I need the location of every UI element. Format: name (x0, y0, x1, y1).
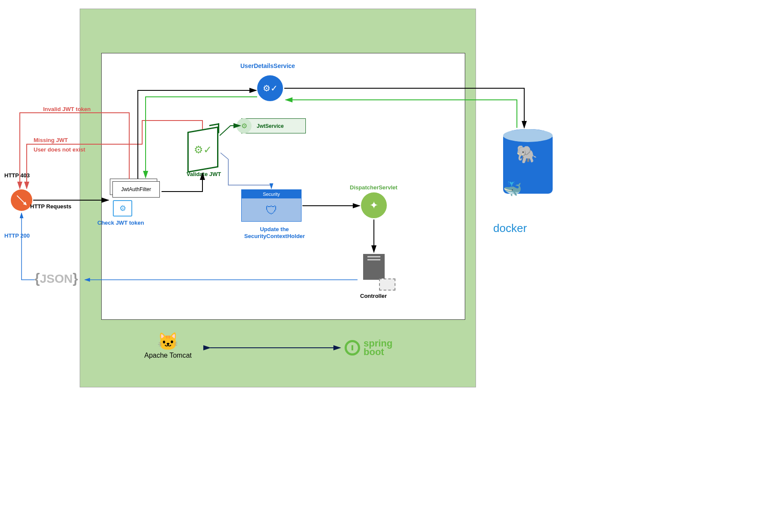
apache-tomcat-region: 🐱 Apache Tomcat (129, 331, 207, 366)
docker-label: docker (493, 222, 527, 235)
error-missing-jwt: Missing JWT (34, 137, 68, 143)
http-requests-label: HTTP Requests (30, 203, 72, 210)
jwt-auth-filter-label: JwtAuthFilter (112, 181, 160, 198)
docker-postgres-region: 🐘 🐳 (498, 129, 558, 232)
validate-jwt-node: ⚙✓ (187, 127, 218, 173)
error-invalid-token: Invalid JWT token (43, 106, 91, 112)
http-403-label: HTTP 403 (4, 172, 30, 179)
shield-icon: 🛡 (242, 198, 301, 222)
check-jwt-gear-icon: ⚙ (113, 200, 132, 217)
dispatcher-servlet-label: DispatcherServlet (350, 184, 398, 191)
controller-node (359, 254, 389, 288)
user-details-label: UserDetailsService (240, 62, 295, 69)
postman-icon (11, 189, 32, 211)
people-card-icon (379, 278, 395, 291)
check-jwt-label: Check JWT token (97, 220, 144, 226)
spring-text: spring boot (364, 339, 392, 356)
spring-boot-region: spring boot (345, 335, 414, 361)
json-response-icon: {JSON} (34, 270, 78, 286)
jwt-auth-filter-node: JwtAuthFilter (110, 179, 159, 198)
docker-whale-icon: 🐳 (503, 180, 555, 198)
validate-jwt-label: Validate JWT (187, 171, 221, 177)
spring-power-icon (345, 340, 360, 356)
update-context-label: Update the SecurityContextHolder (244, 226, 305, 239)
error-user-not-exist: User does not exist (34, 146, 85, 153)
controller-label: Controller (360, 293, 387, 299)
jwt-service-node: ⚙ JwtService (241, 118, 306, 133)
security-header: Security (242, 190, 301, 198)
http-200-label: HTTP 200 (4, 232, 30, 239)
jwt-service-label: JwtService (257, 123, 284, 129)
user-details-service-icon: ⚙✓ (257, 75, 283, 101)
tomcat-label: Apache Tomcat (144, 352, 192, 359)
jwt-service-gear-icon: ⚙ (236, 118, 252, 133)
database-cylinder-icon: 🐘 🐳 (503, 129, 553, 194)
server-icon (363, 254, 385, 280)
postgres-icon: 🐘 (516, 144, 540, 168)
dispatcher-servlet-icon: ✦ (361, 192, 387, 218)
document-gear-icon: ⚙✓ (194, 144, 212, 156)
tomcat-icon: 🐱 (157, 331, 179, 352)
security-context-node: Security 🛡 (241, 189, 302, 222)
